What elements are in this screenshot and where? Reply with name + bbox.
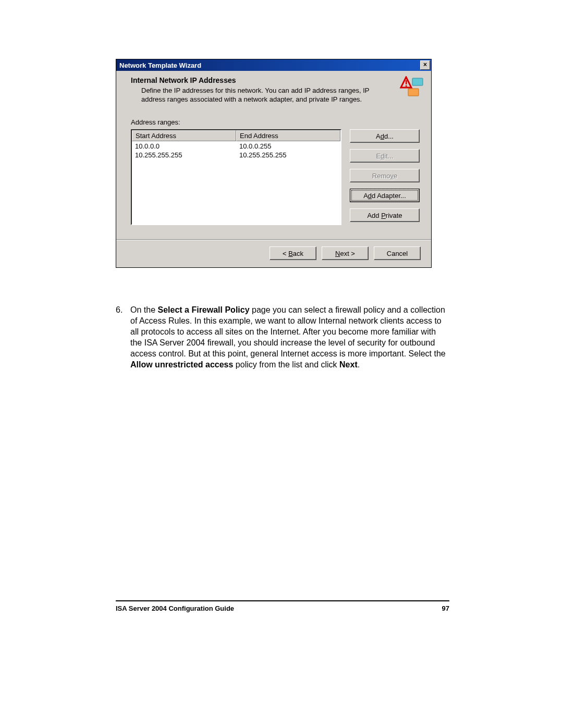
add-private-button[interactable]: Add Private (350, 208, 420, 222)
svg-rect-3 (406, 80, 407, 84)
svg-rect-1 (408, 89, 419, 96)
table-row[interactable]: 10.255.255.255 10.255.255.255 (132, 151, 340, 159)
cancel-button[interactable]: Cancel (374, 246, 421, 260)
step-number: 6. (116, 304, 130, 370)
address-ranges-label: Address ranges: (131, 118, 421, 126)
svg-point-4 (406, 85, 407, 87)
page-footer: ISA Server 2004 Configuration Guide 97 (116, 600, 449, 612)
edit-button: Edit... (350, 149, 420, 163)
document-page: Network Template Wizard × Internal Netwo… (0, 0, 563, 728)
table-row[interactable]: 10.0.0.0 10.0.0.255 (132, 142, 340, 151)
subheading-text: Define the IP addresses for this network… (131, 86, 381, 104)
cell-start: 10.0.0.0 (132, 142, 236, 151)
svg-rect-0 (412, 78, 423, 85)
col-start[interactable]: Start Address (132, 130, 236, 141)
list-header: Start Address End Address (132, 130, 340, 141)
dialog-header: Internal Network IP Addresses Define the… (116, 71, 431, 111)
page-number: 97 (442, 604, 449, 612)
remove-button: Remove (350, 169, 420, 182)
cell-end: 10.0.0.255 (236, 142, 340, 151)
add-adapter-button[interactable]: Add Adapter... (350, 189, 420, 202)
cell-end: 10.255.255.255 (236, 151, 340, 159)
step-text: On the Select a Firewall Policy page you… (130, 304, 449, 370)
heading-text: Internal Network IP Addresses (131, 76, 422, 84)
back-button[interactable]: < Back (270, 246, 316, 260)
footer-title: ISA Server 2004 Configuration Guide (116, 604, 234, 612)
step-paragraph: 6. On the Select a Firewall Policy page … (116, 304, 449, 370)
next-button[interactable]: Next > (322, 246, 369, 260)
dialog-body: Address ranges: Start Address End Addres… (116, 111, 431, 240)
wizard-dialog: Network Template Wizard × Internal Netwo… (116, 59, 432, 268)
close-icon[interactable]: × (420, 60, 430, 70)
add-button[interactable]: Add... (350, 129, 420, 143)
col-end[interactable]: End Address (236, 130, 340, 141)
address-ranges-list[interactable]: Start Address End Address 10.0.0.0 10.0.… (131, 129, 341, 225)
dialog-footer: < Back Next > Cancel (116, 240, 431, 267)
title-text: Network Template Wizard (119, 61, 201, 69)
title-bar: Network Template Wizard × (116, 59, 431, 71)
warning-network-icon (399, 76, 424, 97)
side-buttons: Add... Edit... Remove Add Adapter... Add… (350, 129, 420, 225)
cell-start: 10.255.255.255 (132, 151, 236, 159)
